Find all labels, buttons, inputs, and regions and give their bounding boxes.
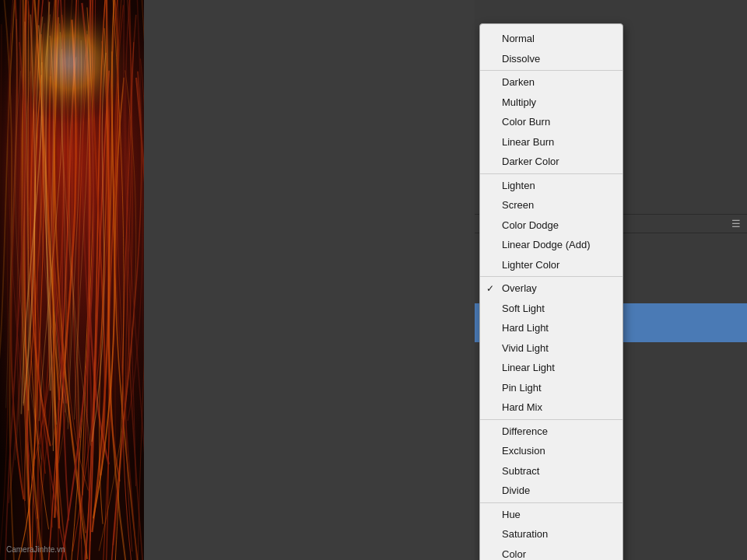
menu-group-group-component: HueSaturationColorLuminosity (480, 503, 622, 561)
menu-item-lighten[interactable]: Lighten (480, 176, 622, 196)
watermark: CameraJinhte.vn (6, 545, 65, 554)
menu-item-hard-light[interactable]: Hard Light (480, 318, 622, 338)
menu-item-hard-mix[interactable]: Hard Mix (480, 397, 622, 418)
menu-item-subtract[interactable]: Subtract (480, 461, 622, 481)
menu-item-lighter-color[interactable]: Lighter Color (480, 255, 622, 275)
menu-item-linear-dodge[interactable]: Linear Dodge (Add) (480, 235, 622, 255)
menu-group-group-normal: NormalDissolve (480, 27, 622, 71)
menu-group-group-contrast: OverlaySoft LightHard LightVivid LightLi… (480, 277, 622, 420)
blend-mode-dropdown[interactable]: NormalDissolveDarkenMultiplyColor BurnLi… (479, 23, 623, 560)
menu-item-color-dodge[interactable]: Color Dodge (480, 215, 622, 236)
menu-item-darker-color[interactable]: Darker Color (480, 152, 622, 172)
menu-item-hue[interactable]: Hue (480, 505, 622, 525)
menu-item-normal[interactable]: Normal (480, 29, 622, 49)
menu-item-dissolve[interactable]: Dissolve (480, 49, 622, 69)
menu-item-divide[interactable]: Divide (480, 481, 622, 501)
menu-item-darken[interactable]: Darken (480, 72, 622, 93)
menu-item-color[interactable]: Color (480, 544, 622, 561)
photo-canvas (0, 0, 144, 560)
list-icon[interactable]: ☰ (731, 218, 741, 229)
menu-item-color-burn[interactable]: Color Burn (480, 112, 622, 132)
center-workspace (144, 0, 475, 560)
menu-item-saturation[interactable]: Saturation (480, 524, 622, 544)
menu-item-linear-light[interactable]: Linear Light (480, 358, 622, 378)
menu-item-multiply[interactable]: Multiply (480, 93, 622, 113)
menu-item-linear-burn[interactable]: Linear Burn (480, 132, 622, 152)
menu-item-exclusion[interactable]: Exclusion (480, 441, 622, 461)
menu-group-group-inversion: DifferenceExclusionSubtractDivide (480, 420, 622, 503)
menu-item-vivid-light[interactable]: Vivid Light (480, 338, 622, 359)
image-panel (0, 0, 144, 560)
menu-item-screen[interactable]: Screen (480, 195, 622, 215)
menu-item-pin-light[interactable]: Pin Light (480, 378, 622, 398)
menu-group-group-darken: DarkenMultiplyColor BurnLinear BurnDarke… (480, 71, 622, 174)
menu-group-group-lighten: LightenScreenColor DodgeLinear Dodge (Ad… (480, 174, 622, 278)
menu-item-difference[interactable]: Difference (480, 422, 622, 442)
menu-item-soft-light[interactable]: Soft Light (480, 299, 622, 319)
menu-item-overlay[interactable]: Overlay (480, 278, 622, 299)
